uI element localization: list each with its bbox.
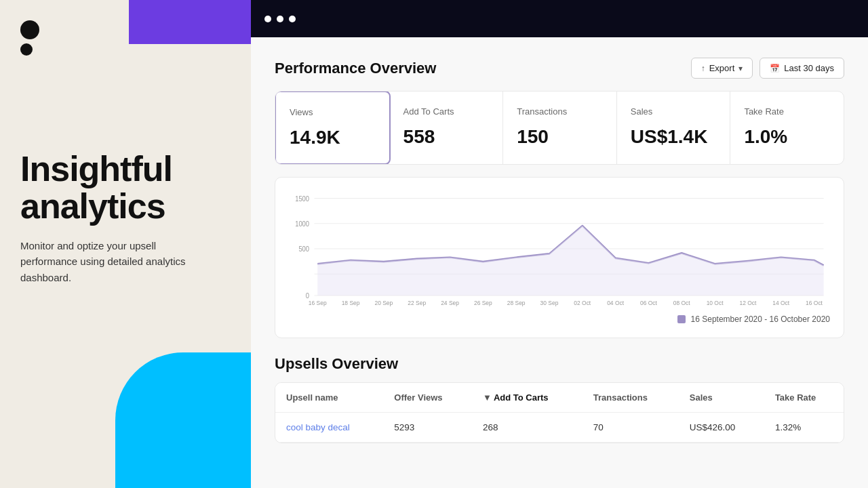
metric-carts-value: 558 (403, 126, 490, 148)
svg-text:18 Sep: 18 Sep (342, 299, 360, 306)
chart-container: 1500 1000 500 0 16 Sep 18 Sep 20 Sep 22 … (275, 177, 844, 338)
legend-label: 16 September 2020 - 16 October 2020 (691, 314, 830, 324)
metric-sales-label: Sales (631, 106, 717, 117)
calendar-icon: 📅 (770, 64, 780, 73)
metric-add-to-carts[interactable]: Add To Carts 558 (390, 92, 504, 164)
main-panel: Performance Overview ↑ Export ▾ 📅 Last 3… (251, 0, 868, 488)
svg-text:1000: 1000 (295, 220, 309, 228)
metrics-row: Views 14.9K Add To Carts 558 Transaction… (275, 91, 844, 165)
metric-transactions-label: Transactions (517, 106, 603, 117)
chart-legend: 16 September 2020 - 16 October 2020 (289, 314, 830, 324)
svg-text:28 Sep: 28 Sep (507, 299, 526, 306)
upsells-table-container: Upsell name Offer Views ▼Add To Carts Tr… (275, 382, 844, 443)
metric-views-label: Views (290, 107, 376, 117)
col-upsell-name: Upsell name (275, 383, 383, 413)
topbar-dot-2 (277, 16, 283, 22)
logo-dot-large (20, 20, 39, 39)
svg-text:1500: 1500 (295, 195, 309, 203)
svg-text:20 Sep: 20 Sep (375, 299, 393, 306)
sidebar: Insightful analytics Monitor and optize … (0, 0, 251, 488)
export-button[interactable]: ↑ Export ▾ (691, 58, 753, 79)
metric-views-value: 14.9K (290, 127, 376, 148)
svg-text:30 Sep: 30 Sep (540, 299, 559, 306)
table-header-row: Upsell name Offer Views ▼Add To Carts Tr… (275, 383, 844, 413)
topbar-dot-3 (289, 16, 296, 22)
svg-text:06 Oct: 06 Oct (640, 299, 657, 306)
metric-views[interactable]: Views 14.9K (275, 91, 391, 165)
upsell-name-cell[interactable]: cool baby decal (275, 413, 383, 443)
table-row: cool baby decal 5293 268 70 US$426.00 1.… (275, 413, 844, 443)
svg-text:16 Oct: 16 Oct (806, 299, 823, 306)
metric-transactions-value: 150 (517, 126, 603, 148)
sales-cell: US$426.00 (679, 413, 764, 443)
export-chevron-icon: ▾ (738, 64, 743, 73)
purple-decoration (129, 0, 251, 44)
metric-sales[interactable]: Sales US$1.4K (617, 92, 731, 164)
topbar (251, 0, 868, 37)
svg-text:16 Sep: 16 Sep (309, 299, 327, 306)
col-sales: Sales (679, 383, 764, 413)
svg-text:24 Sep: 24 Sep (441, 299, 459, 306)
topbar-dot-1 (264, 16, 271, 22)
svg-text:12 Oct: 12 Oct (739, 299, 756, 306)
metric-takerate-value: 1.0% (744, 126, 830, 148)
col-take-rate: Take Rate (764, 383, 844, 413)
performance-header: Performance Overview ↑ Export ▾ 📅 Last 3… (275, 58, 844, 79)
svg-text:14 Oct: 14 Oct (772, 299, 789, 306)
sidebar-title: Insightful analytics (20, 150, 231, 224)
metric-takerate-label: Take Rate (744, 106, 830, 117)
metric-transactions[interactable]: Transactions 150 (503, 92, 617, 164)
svg-text:10 Oct: 10 Oct (707, 299, 724, 306)
col-add-to-carts[interactable]: ▼Add To Carts (472, 383, 583, 413)
offer-views-cell: 5293 (383, 413, 472, 443)
svg-text:500: 500 (298, 245, 309, 253)
svg-text:26 Sep: 26 Sep (474, 299, 492, 306)
header-actions: ↑ Export ▾ 📅 Last 30 days (691, 58, 844, 79)
export-icon: ↑ (701, 64, 705, 73)
svg-text:04 Oct: 04 Oct (607, 299, 624, 306)
svg-text:22 Sep: 22 Sep (408, 299, 426, 306)
add-to-carts-cell: 268 (472, 413, 583, 443)
sidebar-description: Monitor and optize your upsell performan… (20, 238, 203, 285)
upsells-title: Upsells Overview (275, 355, 844, 373)
metric-carts-label: Add To Carts (403, 106, 490, 117)
performance-title: Performance Overview (275, 60, 436, 77)
content-area: Performance Overview ↑ Export ▾ 📅 Last 3… (251, 37, 868, 488)
upsells-table: Upsell name Offer Views ▼Add To Carts Tr… (275, 383, 844, 443)
transactions-cell: 70 (583, 413, 679, 443)
date-range-button[interactable]: 📅 Last 30 days (760, 58, 844, 79)
metric-sales-value: US$1.4K (631, 126, 717, 148)
blue-decoration (115, 352, 251, 488)
take-rate-cell: 1.32% (764, 413, 844, 443)
svg-text:02 Oct: 02 Oct (574, 299, 591, 306)
metric-take-rate[interactable]: Take Rate 1.0% (730, 92, 844, 164)
legend-color (677, 315, 686, 323)
col-transactions: Transactions (583, 383, 679, 413)
svg-text:08 Oct: 08 Oct (673, 299, 690, 306)
chart-svg: 1500 1000 500 0 16 Sep 18 Sep 20 Sep 22 … (289, 191, 830, 306)
col-offer-views: Offer Views (383, 383, 472, 413)
logo-dot-small (20, 43, 33, 56)
